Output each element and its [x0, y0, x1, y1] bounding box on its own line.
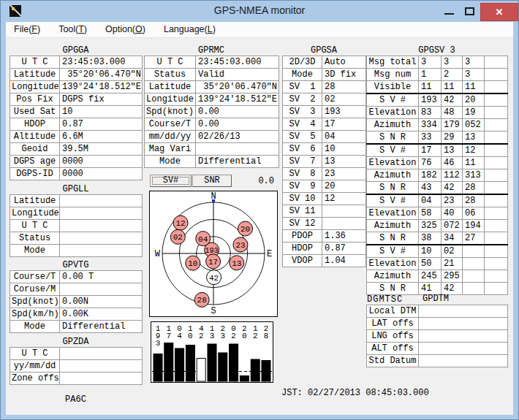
row-value: Valid [196, 69, 279, 81]
row-value: 02 [442, 245, 463, 258]
row-value: 0.00N [60, 296, 143, 308]
table-row: Std Datum [367, 355, 508, 367]
row-value: 06 [463, 207, 485, 220]
row-label: Longitude [10, 81, 60, 93]
table-row: S N R383427 [367, 232, 508, 245]
row-value [60, 195, 143, 207]
gprmc-table: U T C23:45:03.000StatusValidLatitude 35°… [144, 56, 279, 168]
row-value: 0000 [60, 168, 143, 180]
satellite-02: 02 [170, 229, 185, 244]
row-value [485, 220, 508, 232]
row-label: Pos Fix [10, 93, 60, 106]
snr-bar-04 [175, 348, 184, 381]
row-label: Msg total [367, 56, 419, 69]
gpvtg-table: Course/T0.00 TCoruse/MSpd(knot)0.00NSpd(… [10, 270, 142, 333]
table-row: Spd(knot)0.00 [145, 106, 279, 118]
row-label: SV 7 [283, 156, 322, 168]
row-label: Latitude [145, 81, 196, 93]
menu-item-t[interactable]: Tool(T) [56, 22, 90, 34]
row-label: SV 6 [283, 143, 322, 156]
row-value: 11 [463, 157, 485, 169]
skyview-value: 0.0 [243, 176, 274, 186]
table-row: Msg total333 [367, 56, 508, 69]
row-label: U T C [10, 56, 60, 69]
row-label: SV 11 [283, 205, 322, 218]
row-value: 43 [419, 182, 442, 195]
row-label: Azimuth [367, 119, 419, 131]
row-value: 194 [463, 220, 485, 232]
satellite-28: 28 [194, 292, 209, 307]
table-row: S V #042328 [367, 194, 508, 207]
row-value: 0.87 [60, 118, 143, 131]
row-value: 0.00K [60, 308, 143, 321]
gprmc-title: GPRMC [144, 45, 279, 56]
gpgsa-title: GPGSA [282, 45, 365, 56]
table-row: Elevation834819 [367, 107, 508, 119]
table-row: Azimuth325072194 [367, 220, 508, 232]
tab-sv-number[interactable]: SV# [150, 175, 192, 187]
row-value: 13 [442, 144, 463, 157]
gprmc-panel: GPRMC U T C23:45:03.000StatusValidLatitu… [144, 45, 279, 168]
table-row: LAT offs [367, 318, 508, 330]
minimize-button[interactable] [439, 3, 459, 19]
row-value: 50 [419, 258, 442, 270]
row-value: 35°20'06.470"N [60, 69, 143, 81]
snr-bar-10 [186, 345, 194, 382]
row-value: 295 [442, 270, 463, 283]
row-label: HDOP [10, 118, 60, 131]
svg-text:2: 2 [199, 332, 204, 340]
svg-text:3: 3 [220, 332, 225, 340]
tab-snr[interactable]: SNR [192, 175, 232, 187]
table-row: SV 417 [283, 118, 366, 131]
row-label: S V # [367, 194, 419, 207]
row-label: SV 12 [283, 218, 322, 230]
table-row: 2D/3DAuto [283, 56, 366, 69]
gpvtg-panel: GPVTG Course/T0.00 TCoruse/MSpd(knot)0.0… [10, 260, 142, 333]
table-row: LNG offs [367, 330, 508, 343]
row-value [419, 305, 508, 318]
row-value [485, 232, 508, 245]
snr-bar-17 [164, 343, 173, 382]
menu-item-l[interactable]: Language(L) [161, 22, 219, 34]
row-value [60, 348, 143, 360]
row-value: 1 [419, 69, 442, 81]
row-label: SV 1 [283, 81, 322, 93]
row-value [463, 283, 485, 295]
row-label: LNG offs [367, 330, 419, 343]
table-row: StatusValid [145, 69, 279, 81]
row-label: Course/T [10, 271, 60, 283]
gpzda-panel: GPZDA U T Cyy/mm/ddZone offs [10, 337, 142, 385]
row-label: yy/mm/dd [10, 360, 60, 373]
menu-bar: File(F)Tool(T)Option(O)Language(L) [6, 22, 513, 38]
table-row: U T C [10, 348, 143, 360]
row-value [485, 157, 508, 169]
row-label: 2D/3D [283, 56, 322, 69]
row-label: Spd(km/h) [10, 308, 60, 321]
row-value: 17 [419, 144, 442, 157]
row-label: Azimuth [367, 169, 419, 182]
row-value: 42 [442, 93, 463, 107]
row-value: 179 [442, 119, 463, 131]
row-value [485, 144, 508, 157]
row-value: 83 [419, 107, 442, 119]
row-label: Elevation [367, 207, 419, 220]
row-value [485, 56, 508, 69]
row-value: 193 [322, 106, 366, 118]
maximize-button[interactable] [459, 3, 480, 19]
menu-item-o[interactable]: Option(O) [102, 22, 148, 34]
row-value: 76 [419, 157, 442, 169]
snr-bar-23 [219, 353, 227, 381]
table-row: mm/dd/yy02/26/13 [145, 131, 279, 143]
svg-text:2: 2 [231, 332, 236, 340]
close-button[interactable]: ✕ [480, 3, 518, 21]
row-value [60, 283, 143, 296]
snr-bar-193 [154, 354, 162, 382]
menu-item-f[interactable]: File(F) [11, 22, 43, 34]
row-value [60, 207, 143, 220]
row-value: 39.5M [60, 143, 143, 156]
row-value [485, 81, 508, 94]
row-label: SV 2 [283, 93, 322, 106]
row-value: 334 [419, 119, 442, 131]
row-value: 3 [442, 56, 463, 69]
table-row: Geoid39.5M [10, 143, 143, 156]
